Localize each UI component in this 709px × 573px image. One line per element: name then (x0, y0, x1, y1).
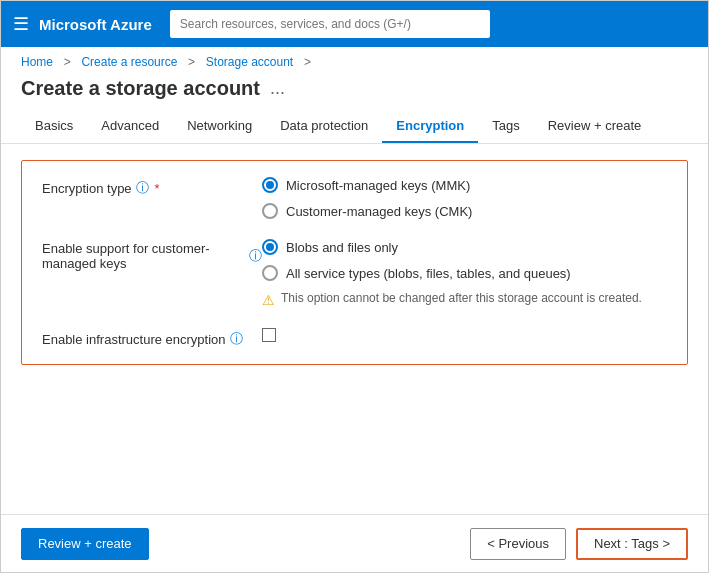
warning-row: ⚠ This option cannot be changed after th… (262, 291, 667, 308)
mmk-radio-option[interactable]: Microsoft-managed keys (MMK) (262, 177, 667, 193)
blobs-files-radio-selected (266, 243, 274, 251)
blobs-files-label: Blobs and files only (286, 240, 398, 255)
infra-encryption-controls (262, 328, 667, 342)
cmk-support-controls: Blobs and files only All service types (… (262, 239, 667, 308)
tab-basics[interactable]: Basics (21, 110, 87, 143)
infra-encryption-checkbox-option[interactable] (262, 328, 667, 342)
search-input[interactable] (170, 10, 490, 38)
all-services-radio-option[interactable]: All service types (blobs, files, tables,… (262, 265, 667, 281)
infra-encryption-info-icon[interactable]: ⓘ (230, 330, 243, 348)
tab-encryption[interactable]: Encryption (382, 110, 478, 143)
warning-text: This option cannot be changed after this… (281, 291, 642, 305)
blobs-files-radio[interactable] (262, 239, 278, 255)
encryption-type-info-icon[interactable]: ⓘ (136, 179, 149, 197)
encryption-type-controls: Microsoft-managed keys (MMK) Customer-ma… (262, 177, 667, 219)
encryption-type-row: Encryption type ⓘ * Microsoft-managed ke… (42, 177, 667, 219)
breadcrumb-create-resource[interactable]: Create a resource (81, 55, 177, 69)
tab-data-protection[interactable]: Data protection (266, 110, 382, 143)
topbar: ☰ Microsoft Azure (1, 1, 708, 47)
all-services-label: All service types (blobs, files, tables,… (286, 266, 571, 281)
mmk-radio[interactable] (262, 177, 278, 193)
tab-advanced[interactable]: Advanced (87, 110, 173, 143)
page-title: Create a storage account (21, 77, 260, 100)
tab-bar: Basics Advanced Networking Data protecti… (1, 110, 708, 144)
encryption-section: Encryption type ⓘ * Microsoft-managed ke… (21, 160, 688, 365)
cmk-label: Customer-managed keys (CMK) (286, 204, 472, 219)
warning-icon: ⚠ (262, 292, 275, 308)
infra-encryption-row: Enable infrastructure encryption ⓘ (42, 328, 667, 348)
cmk-support-label: Enable support for customer-managed keys… (42, 239, 262, 271)
cmk-support-info-icon[interactable]: ⓘ (249, 247, 262, 265)
mmk-radio-selected (266, 181, 274, 189)
tab-networking[interactable]: Networking (173, 110, 266, 143)
cmk-radio[interactable] (262, 203, 278, 219)
page-title-row: Create a storage account ... (1, 73, 708, 110)
tab-tags[interactable]: Tags (478, 110, 533, 143)
previous-button[interactable]: < Previous (470, 528, 566, 560)
main-content: Encryption type ⓘ * Microsoft-managed ke… (1, 144, 708, 514)
infra-encryption-checkbox[interactable] (262, 328, 276, 342)
cmk-support-row: Enable support for customer-managed keys… (42, 239, 667, 308)
page-options-button[interactable]: ... (270, 78, 285, 99)
encryption-type-label: Encryption type ⓘ * (42, 177, 262, 197)
hamburger-icon[interactable]: ☰ (13, 13, 29, 35)
tab-review-create[interactable]: Review + create (534, 110, 656, 143)
blobs-files-radio-option[interactable]: Blobs and files only (262, 239, 667, 255)
infra-encryption-label: Enable infrastructure encryption ⓘ (42, 328, 262, 348)
cmk-radio-option[interactable]: Customer-managed keys (CMK) (262, 203, 667, 219)
breadcrumb-home[interactable]: Home (21, 55, 53, 69)
breadcrumb: Home > Create a resource > Storage accou… (1, 47, 708, 73)
all-services-radio[interactable] (262, 265, 278, 281)
mmk-label: Microsoft-managed keys (MMK) (286, 178, 470, 193)
next-tags-button[interactable]: Next : Tags > (576, 528, 688, 560)
footer: Review + create < Previous Next : Tags > (1, 514, 708, 572)
review-create-button[interactable]: Review + create (21, 528, 149, 560)
app-logo: Microsoft Azure (39, 16, 152, 33)
breadcrumb-storage-account[interactable]: Storage account (206, 55, 293, 69)
